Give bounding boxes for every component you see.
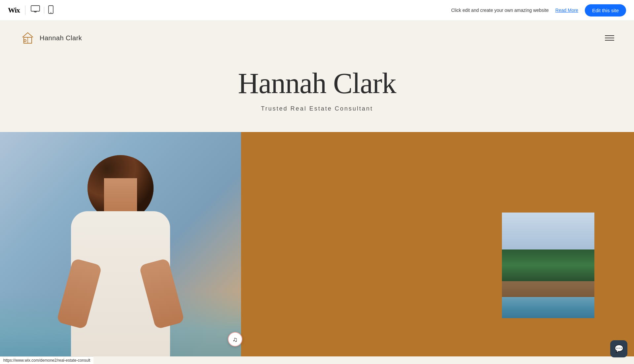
hamburger-line-3	[605, 40, 614, 41]
site-logo: Hannah Clark	[20, 30, 82, 46]
sky-area	[502, 213, 594, 249]
person-silhouette	[61, 145, 180, 356]
promo-text: Click edit and create your own amazing w…	[451, 8, 549, 13]
svg-point-4	[51, 12, 51, 13]
hamburger-line-1	[605, 35, 614, 36]
hamburger-menu[interactable]	[605, 35, 614, 41]
brown-panel	[241, 132, 634, 356]
desktop-view-button[interactable]	[31, 5, 40, 15]
deck-area	[502, 281, 594, 297]
chat-button[interactable]: 💬	[610, 340, 627, 357]
wix-bar-right: Click edit and create your own amazing w…	[451, 4, 626, 17]
logo-house-icon	[20, 30, 36, 46]
hero-section: Hannah Clark Trusted Real Estate Consult…	[0, 55, 634, 132]
wix-toolbar: Wix Click edit and create your own	[0, 0, 634, 21]
pool-water	[502, 297, 594, 318]
hero-subtitle: Trusted Real Estate Consultant	[20, 105, 614, 112]
chat-icon: 💬	[615, 345, 623, 353]
svg-rect-0	[31, 6, 40, 11]
wix-bar-left: Wix	[8, 5, 53, 15]
music-icon: ♫	[233, 336, 238, 343]
toolbar-divider	[25, 6, 25, 15]
trees-area	[502, 249, 594, 281]
hero-title: Hannah Clark	[20, 68, 614, 99]
property-image	[502, 213, 594, 318]
url-bar: https://www.wix.com/demone2/real-estate-…	[0, 356, 93, 364]
svg-point-6	[24, 40, 26, 42]
site-header: Hannah Clark	[0, 21, 634, 55]
portrait-image	[0, 132, 241, 356]
site-name-label: Hannah Clark	[40, 34, 82, 42]
image-section: ♫	[0, 132, 634, 356]
device-divider	[44, 7, 44, 14]
site-content: Hannah Clark Hannah Clark Trusted Real E…	[0, 21, 634, 364]
read-more-link[interactable]: Read More	[555, 8, 578, 13]
device-switcher	[31, 5, 53, 15]
face	[104, 178, 137, 215]
wix-logo: Wix	[8, 6, 20, 15]
hamburger-line-2	[605, 38, 614, 38]
mobile-view-button[interactable]	[48, 5, 53, 15]
edit-site-button[interactable]: Edit this site	[585, 4, 626, 17]
